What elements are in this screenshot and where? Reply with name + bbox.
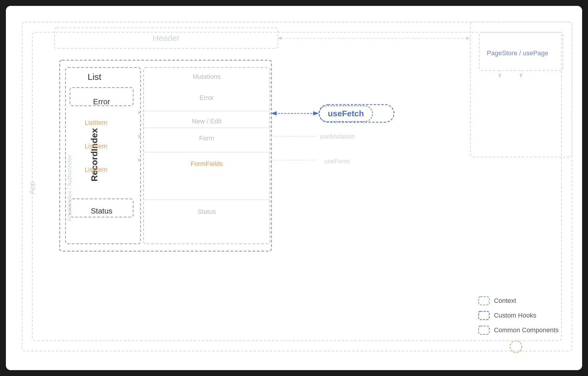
mutations-newedit-label: New / Edit bbox=[143, 118, 270, 125]
list-item-3: ListItem bbox=[85, 166, 107, 174]
svg-marker-23 bbox=[138, 135, 141, 138]
legend-common-components-label: Common Components bbox=[494, 326, 559, 334]
mutations-label: Mutations bbox=[143, 73, 270, 80]
app-label: App bbox=[28, 182, 36, 194]
header-label: Header bbox=[54, 28, 278, 48]
svg-rect-30 bbox=[479, 311, 489, 320]
list-status-label: Status bbox=[70, 202, 133, 220]
svg-rect-31 bbox=[479, 326, 489, 334]
svg-rect-7 bbox=[470, 22, 572, 157]
mutations-form-label: Form bbox=[143, 135, 270, 142]
diagram-area: App ArticleIndex / AuthorIndex Header Pa… bbox=[6, 6, 582, 370]
main-canvas: App ArticleIndex / AuthorIndex Header Pa… bbox=[6, 6, 582, 370]
usefetch-hook: useFetch bbox=[319, 105, 373, 122]
legend-context: Context bbox=[478, 296, 559, 306]
custom-hooks-icon bbox=[478, 311, 490, 320]
mutations-formfields-label: FormFields bbox=[143, 160, 270, 168]
legend-common-components: Common Components bbox=[478, 325, 559, 335]
svg-rect-29 bbox=[479, 297, 489, 305]
pagestore-usepage-label: PageStore / usePage bbox=[487, 49, 548, 57]
list-error-label: Error bbox=[70, 93, 133, 111]
list-item-1: ListItem bbox=[85, 119, 107, 127]
svg-marker-24 bbox=[138, 158, 141, 162]
legend-custom-hooks: Custom Hooks bbox=[478, 311, 559, 320]
usemutation-hook: useMutation bbox=[320, 133, 355, 140]
legend-custom-hooks-label: Custom Hooks bbox=[494, 312, 536, 319]
svg-marker-22 bbox=[138, 111, 141, 115]
svg-rect-5 bbox=[32, 32, 562, 341]
mutations-error-label: Error bbox=[143, 94, 270, 102]
svg-point-32 bbox=[510, 341, 522, 352]
legend: Context Custom Hooks Common Components bbox=[478, 296, 559, 335]
useform-hook: useForm bbox=[324, 157, 350, 165]
list-label: List bbox=[88, 72, 101, 82]
list-item-2: ListItem bbox=[85, 142, 107, 150]
context-circle-bottom bbox=[509, 339, 523, 354]
legend-context-label: Context bbox=[494, 297, 516, 305]
mutations-status-label: Status bbox=[143, 208, 270, 216]
context-icon bbox=[478, 296, 490, 306]
common-components-icon bbox=[478, 325, 490, 335]
